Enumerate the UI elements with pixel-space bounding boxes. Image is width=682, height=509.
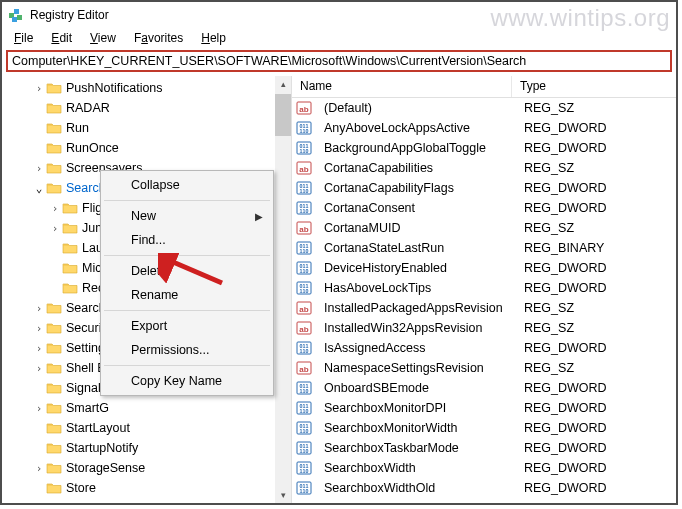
list-row[interactable]: 011110BackgroundAppGlobalToggleREG_DWORD (292, 138, 676, 158)
expander-closed-icon[interactable]: › (32, 462, 46, 475)
reg-binary-icon: 011110 (296, 140, 312, 156)
folder-icon (46, 81, 62, 95)
list-row[interactable]: 011110OnboardSBEmodeREG_DWORD (292, 378, 676, 398)
context-sep-3 (104, 310, 270, 311)
context-new[interactable]: New▶ (103, 204, 271, 228)
menu-view[interactable]: View (82, 30, 124, 46)
expander-closed-icon[interactable]: › (32, 82, 46, 95)
app-icon (8, 7, 24, 23)
expander-closed-icon[interactable]: › (32, 162, 46, 175)
svg-text:110: 110 (300, 128, 309, 134)
menu-edit[interactable]: Edit (43, 30, 80, 46)
svg-text:110: 110 (300, 348, 309, 354)
expander-closed-icon[interactable]: › (48, 202, 62, 215)
folder-icon (46, 341, 62, 355)
list-row[interactable]: 011110HasAboveLockTipsREG_DWORD (292, 278, 676, 298)
tree-item[interactable]: Store (4, 478, 275, 498)
expander-closed-icon[interactable]: › (32, 322, 46, 335)
scroll-up-arrow[interactable]: ▴ (275, 76, 291, 92)
red-arrow-annotation (158, 253, 228, 290)
expander-closed-icon[interactable]: › (32, 402, 46, 415)
reg-binary-icon: 011110 (296, 340, 312, 356)
cell-name: CortanaCapabilityFlags (316, 181, 516, 195)
reg-binary-icon: 011110 (296, 120, 312, 136)
reg-binary-icon: 011110 (296, 180, 312, 196)
svg-text:ab: ab (299, 305, 308, 314)
cell-name: (Default) (316, 101, 516, 115)
expander-open-icon[interactable]: ⌄ (32, 182, 46, 195)
menu-help[interactable]: Help (193, 30, 234, 46)
tree-scrollbar[interactable]: ▴ ▾ (275, 76, 291, 503)
menu-favorites[interactable]: Favorites (126, 30, 191, 46)
context-copy-key-name[interactable]: Copy Key Name (103, 369, 271, 393)
tree-item[interactable]: Run (4, 118, 275, 138)
folder-icon (46, 381, 62, 395)
cell-type: REG_DWORD (516, 421, 636, 435)
folder-icon (62, 241, 78, 255)
menu-file[interactable]: File (6, 30, 41, 46)
scrollbar-thumb[interactable] (275, 94, 291, 136)
tree-item[interactable]: ›StorageSense (4, 458, 275, 478)
tree-item-label: PushNotifications (66, 81, 163, 95)
scrollbar-track[interactable] (275, 136, 291, 487)
list-row[interactable]: 011110IsAssignedAccessREG_DWORD (292, 338, 676, 358)
list-row[interactable]: 011110CortanaCapabilityFlagsREG_DWORD (292, 178, 676, 198)
tree-item[interactable]: RADAR (4, 98, 275, 118)
folder-icon (46, 441, 62, 455)
list-row[interactable]: 011110SearchboxWidthREG_DWORD (292, 458, 676, 478)
list-row[interactable]: 011110SearchboxMonitorDPIREG_DWORD (292, 398, 676, 418)
scroll-down-arrow[interactable]: ▾ (275, 487, 291, 503)
tree-item[interactable]: StartupNotify (4, 438, 275, 458)
tree-item-label: Store (66, 481, 96, 495)
cell-type: REG_DWORD (516, 341, 636, 355)
cell-type: REG_DWORD (516, 461, 636, 475)
list-row[interactable]: 011110CortanaStateLastRunREG_BINARY (292, 238, 676, 258)
list-row[interactable]: ab(Default)REG_SZ (292, 98, 676, 118)
tree-item[interactable]: ›SmartG (4, 398, 275, 418)
tree-item[interactable]: ›PushNotifications (4, 78, 275, 98)
cell-type: REG_SZ (516, 321, 636, 335)
address-bar[interactable]: Computer\HKEY_CURRENT_USER\SOFTWARE\Micr… (6, 50, 672, 72)
reg-binary-icon: 011110 (296, 240, 312, 256)
list-row[interactable]: 011110SearchboxMonitorWidthREG_DWORD (292, 418, 676, 438)
list-row[interactable]: abInstalledPackagedAppsRevisionREG_SZ (292, 298, 676, 318)
reg-binary-icon: 011110 (296, 260, 312, 276)
reg-binary-icon: 011110 (296, 460, 312, 476)
list-row[interactable]: abCortanaCapabilitiesREG_SZ (292, 158, 676, 178)
tree-item-label: Run (66, 121, 89, 135)
tree-item[interactable]: StartLayout (4, 418, 275, 438)
list-row[interactable]: abInstalledWin32AppsRevisionREG_SZ (292, 318, 676, 338)
cell-name: SearchboxWidth (316, 461, 516, 475)
expander-closed-icon[interactable]: › (48, 222, 62, 235)
list-row[interactable]: abCortanaMUIDREG_SZ (292, 218, 676, 238)
list-row[interactable]: 011110SearchboxWidthOldREG_DWORD (292, 478, 676, 498)
context-collapse[interactable]: Collapse (103, 173, 271, 197)
reg-binary-icon: 011110 (296, 480, 312, 496)
context-find[interactable]: Find... (103, 228, 271, 252)
expander-closed-icon[interactable]: › (32, 362, 46, 375)
list-row[interactable]: abNamespaceSettingsRevisionREG_SZ (292, 358, 676, 378)
cell-name: BackgroundAppGlobalToggle (316, 141, 516, 155)
cell-name: SearchboxWidthOld (316, 481, 516, 495)
context-export[interactable]: Export (103, 314, 271, 338)
menu-bar: File Edit View Favorites Help (2, 28, 676, 48)
tree-item[interactable]: RunOnce (4, 138, 275, 158)
context-permissions[interactable]: Permissions... (103, 338, 271, 362)
list-row[interactable]: 011110SearchboxTaskbarModeREG_DWORD (292, 438, 676, 458)
tree-item[interactable]: TaskFlow (4, 498, 275, 503)
list-body: ab(Default)REG_SZ011110AnyAboveLockAppsA… (292, 98, 676, 503)
expander-closed-icon[interactable]: › (32, 302, 46, 315)
chevron-right-icon: ▶ (255, 211, 263, 222)
list-row[interactable]: 011110DeviceHistoryEnabledREG_DWORD (292, 258, 676, 278)
cell-name: OnboardSBEmode (316, 381, 516, 395)
list-row[interactable]: 011110CortanaConsentREG_DWORD (292, 198, 676, 218)
expander-closed-icon[interactable]: › (32, 342, 46, 355)
folder-icon (46, 301, 62, 315)
svg-line-59 (166, 259, 222, 283)
cell-name: CortanaStateLastRun (316, 241, 516, 255)
col-header-type[interactable]: Type (512, 76, 632, 97)
list-row[interactable]: 011110AnyAboveLockAppsActiveREG_DWORD (292, 118, 676, 138)
col-header-name[interactable]: Name (292, 76, 512, 97)
cell-name: InstalledPackagedAppsRevision (316, 301, 516, 315)
folder-icon (46, 321, 62, 335)
